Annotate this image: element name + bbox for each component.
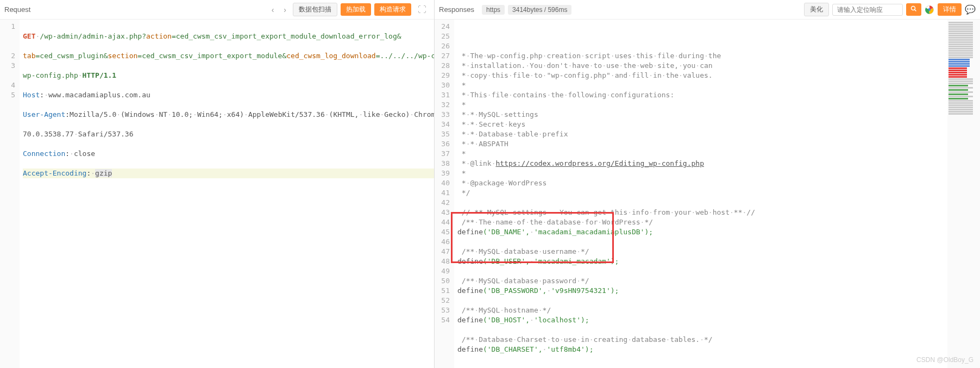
- request-panel: Request ‹ › 数据包扫描 热加载 构造请求 ⛶ 1 2 3 4 5 G…: [0, 0, 435, 368]
- beautify-button[interactable]: 美化: [804, 3, 829, 16]
- response-toolbar: Responses https 3414bytes / 596ms 美化 详情 …: [435, 0, 980, 20]
- response-title: Responses: [439, 5, 474, 14]
- search-input[interactable]: [832, 4, 903, 16]
- response-code-area[interactable]: 2425262728293031323334353637383940414243…: [435, 20, 980, 368]
- minimap[interactable]: [947, 20, 980, 368]
- response-panel: Responses https 3414bytes / 596ms 美化 详情 …: [435, 0, 980, 368]
- expand-icon[interactable]: ⛶: [414, 5, 430, 15]
- svg-point-0: [912, 7, 915, 10]
- watermark: CSDN @OldBoy_G: [916, 356, 973, 364]
- nav-prev-icon[interactable]: ‹: [268, 4, 278, 15]
- detail-button[interactable]: 详情: [938, 3, 962, 16]
- http-method: GET: [23, 32, 35, 40]
- request-title: Request: [4, 5, 30, 14]
- nav-next-icon[interactable]: ›: [280, 4, 290, 15]
- request-code[interactable]: GET·/wp-admin/admin-ajax.php?action=ced_…: [20, 20, 434, 368]
- size-time-tag: 3414bytes / 596ms: [508, 5, 571, 15]
- https-tag: https: [482, 5, 505, 15]
- chat-icon[interactable]: 💬: [965, 4, 976, 15]
- response-code[interactable]: *·The·wp-config.php·creation·script·uses…: [454, 20, 947, 368]
- request-gutter: 1 2 3 4 5: [0, 20, 20, 368]
- chrome-icon[interactable]: [925, 5, 934, 15]
- search-icon: [910, 5, 917, 12]
- request-code-area[interactable]: 1 2 3 4 5 GET·/wp-admin/admin-ajax.php?a…: [0, 20, 434, 368]
- svg-line-1: [915, 10, 916, 11]
- response-gutter: 2425262728293031323334353637383940414243…: [435, 20, 454, 368]
- hot-load-button[interactable]: 热加载: [341, 3, 371, 16]
- search-button[interactable]: [906, 3, 921, 16]
- construct-request-button[interactable]: 构造请求: [374, 3, 411, 16]
- scan-button[interactable]: 数据包扫描: [293, 3, 337, 16]
- request-toolbar: Request ‹ › 数据包扫描 热加载 构造请求 ⛶: [0, 0, 434, 20]
